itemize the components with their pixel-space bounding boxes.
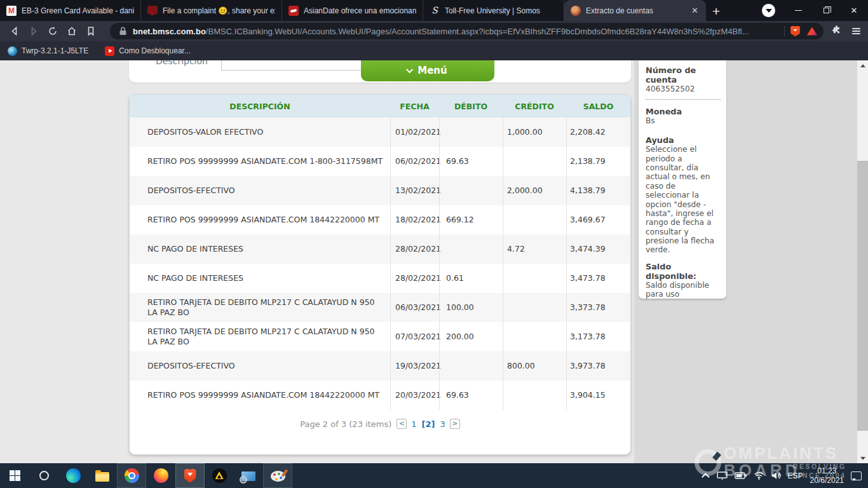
minimize-button[interactable] bbox=[784, 0, 812, 21]
back-icon[interactable] bbox=[5, 22, 24, 40]
next-page-button[interactable]: > bbox=[450, 419, 460, 429]
url-path: /BMSC.ICBanking.WebUI/Accounts.WebUI/Pag… bbox=[206, 27, 749, 36]
clock-date: 20/6/2021 bbox=[810, 476, 844, 485]
chrome-icon bbox=[125, 468, 139, 483]
prev-page-button[interactable]: < bbox=[397, 419, 407, 429]
start-button[interactable] bbox=[0, 463, 29, 488]
windows-taskbar: ESP 01:23 20/6/2021 bbox=[0, 463, 868, 488]
home-icon[interactable] bbox=[62, 22, 81, 40]
browser-menu-icon[interactable] bbox=[848, 25, 864, 37]
table-row[interactable]: NC PAGO DE INTERESES 28/02/2021 4.72 3,4… bbox=[130, 234, 630, 264]
windows-logo-icon bbox=[10, 470, 20, 481]
cell-credito bbox=[503, 293, 566, 322]
taskbar-aimp[interactable] bbox=[205, 463, 234, 488]
brave-rewards-icon[interactable] bbox=[807, 27, 817, 36]
cell-credito: 800.00 bbox=[503, 351, 566, 381]
cast-display-icon[interactable] bbox=[717, 471, 728, 480]
account-number-label: Número de cuenta bbox=[646, 65, 721, 85]
account-statement-table: DESCRIPCIÓNFECHADÉBITOCRÉDITOSALDO DEPOS… bbox=[129, 94, 631, 455]
table-row[interactable]: RETIRO POS 99999999 ASIANDATE.COM 1-800-… bbox=[130, 147, 630, 176]
cell-fecha: 28/02/2021 bbox=[390, 234, 439, 264]
info-sidebar: Número de cuenta 4063552502 Moneda Bs Ay… bbox=[639, 60, 726, 299]
tab-search-icon[interactable] bbox=[762, 4, 775, 17]
table-row[interactable]: NC PAGO DE INTERESES 28/02/2021 0.61 3,4… bbox=[130, 264, 630, 293]
column-header: FECHA bbox=[390, 95, 439, 118]
clock[interactable]: 01:23 20/6/2021 bbox=[810, 466, 844, 485]
table-row[interactable]: RETIRO POS 99999999 ASIANDATE.COM 184422… bbox=[130, 205, 630, 234]
tab-favicon bbox=[430, 6, 440, 16]
cell-credito bbox=[503, 147, 566, 176]
cell-descripcion: NC PAGO DE INTERESES bbox=[130, 264, 390, 293]
chevron-down-icon bbox=[406, 65, 413, 72]
bookmark-item[interactable]: Como Desbloquear... bbox=[105, 46, 191, 56]
speaker-icon[interactable] bbox=[771, 471, 781, 480]
tab-close-icon[interactable]: ✕ bbox=[690, 6, 700, 15]
close-window-button[interactable]: ✕ bbox=[840, 0, 868, 21]
taskbar-paint[interactable] bbox=[263, 463, 292, 488]
cell-descripcion: RETIRO TARJETA DE DEBITO MLP217 C CALATA… bbox=[130, 293, 390, 322]
bookmark-item[interactable]: Twrp-3.2.1-1-J5LTE bbox=[8, 46, 88, 56]
scroll-down-icon[interactable] bbox=[857, 453, 868, 463]
reload-icon[interactable] bbox=[43, 22, 62, 40]
cell-debito: 669.12 bbox=[439, 205, 503, 234]
cortana-button[interactable] bbox=[29, 463, 58, 488]
cell-saldo: 3,173.78 bbox=[566, 322, 630, 351]
browser-scrollbar[interactable] bbox=[857, 60, 868, 463]
battery-icon[interactable] bbox=[735, 472, 747, 479]
page-number[interactable]: [2] bbox=[421, 419, 436, 429]
account-number-value: 4063552502 bbox=[646, 85, 721, 93]
restore-button[interactable] bbox=[812, 0, 840, 21]
scrollbar-thumb[interactable] bbox=[857, 161, 868, 431]
menu-button[interactable]: Menú bbox=[361, 60, 494, 81]
wifi-icon[interactable] bbox=[754, 471, 764, 480]
taskbar-brave[interactable] bbox=[175, 463, 205, 488]
taskbar-firefox[interactable] bbox=[146, 463, 175, 488]
pagination: Page 2 of 3 (23 items) < 1[2]3 > bbox=[130, 410, 630, 438]
forward-icon[interactable] bbox=[24, 22, 43, 40]
browser-tab[interactable]: Toll-Free University | Somos bbox=[423, 0, 564, 21]
tab-title: AsianDate ofrece una emocionante bbox=[304, 6, 416, 15]
browser-tab[interactable]: File a complaint 😐, share your exp bbox=[141, 0, 282, 21]
tab-extracto-de-cuentas[interactable]: Extracto de cuentas ✕ bbox=[564, 0, 706, 21]
tab-favicon bbox=[6, 6, 17, 16]
bmsc-favicon-icon bbox=[571, 6, 581, 16]
extensions-icon[interactable] bbox=[831, 25, 842, 38]
table-row[interactable]: DEPOSITOS-EFECTIVO 19/03/2021 800.00 3,9… bbox=[130, 351, 630, 381]
page-number[interactable]: 1 bbox=[410, 419, 417, 429]
url-text: bnet.bmsc.com.bo/BMSC.ICBanking.WebUI/Ac… bbox=[133, 27, 778, 36]
screen-magnifier-icon bbox=[241, 471, 255, 481]
cell-fecha: 07/03/2021 bbox=[390, 322, 439, 351]
cell-debito bbox=[439, 234, 503, 264]
bookmark-icon[interactable] bbox=[81, 22, 100, 40]
cell-debito: 100.00 bbox=[439, 293, 503, 322]
table-row[interactable]: DEPOSITOS-EFECTIVO 13/02/2021 2,000.00 4… bbox=[130, 176, 630, 205]
table-row[interactable]: RETIRO TARJETA DE DEBITO MLP217 C CALATA… bbox=[130, 322, 630, 351]
table-row[interactable]: RETIRO TARJETA DE DEBITO MLP217 C CALATA… bbox=[130, 293, 630, 322]
table-row[interactable]: DEPOSITOS-VALOR EFECTIVO 01/02/2021 1,00… bbox=[130, 118, 630, 147]
help-text: Seleccione el periodo a consultar, día a… bbox=[646, 145, 721, 255]
url-domain: bnet.bmsc.com.bo bbox=[133, 27, 206, 36]
table-row[interactable]: RETIRO POS 99999999 ASIANDATE.COM 184422… bbox=[130, 381, 630, 410]
browser-tab[interactable]: AsianDate ofrece una emocionante bbox=[282, 0, 423, 21]
browser-tab[interactable]: EB-3 Green Card Available - daniele bbox=[0, 0, 141, 21]
language-indicator[interactable]: ESP bbox=[788, 471, 803, 480]
cell-credito bbox=[503, 205, 566, 234]
cell-credito: 2,000.00 bbox=[503, 176, 566, 205]
taskbar-screen-tool[interactable] bbox=[234, 463, 263, 488]
page-number[interactable]: 3 bbox=[439, 419, 445, 429]
taskbar-chrome[interactable] bbox=[117, 463, 146, 488]
scroll-up-icon[interactable] bbox=[857, 60, 868, 71]
action-center-icon[interactable] bbox=[851, 471, 862, 480]
taskbar-file-explorer[interactable] bbox=[88, 463, 117, 488]
tab-favicon bbox=[288, 6, 299, 16]
cell-credito bbox=[503, 381, 566, 410]
description-input[interactable] bbox=[221, 60, 362, 71]
address-bar[interactable]: bnet.bmsc.com.bo/BMSC.ICBanking.WebUI/Ac… bbox=[110, 23, 824, 39]
cell-saldo: 3,373.78 bbox=[566, 293, 630, 322]
cell-debito bbox=[439, 118, 503, 147]
filter-form-panel: Descripción Menú bbox=[129, 60, 631, 83]
taskbar-edge[interactable] bbox=[58, 463, 88, 488]
brave-shields-icon[interactable] bbox=[790, 26, 800, 37]
tray-expand-icon[interactable] bbox=[702, 473, 710, 481]
new-tab-button[interactable]: + bbox=[712, 4, 720, 18]
